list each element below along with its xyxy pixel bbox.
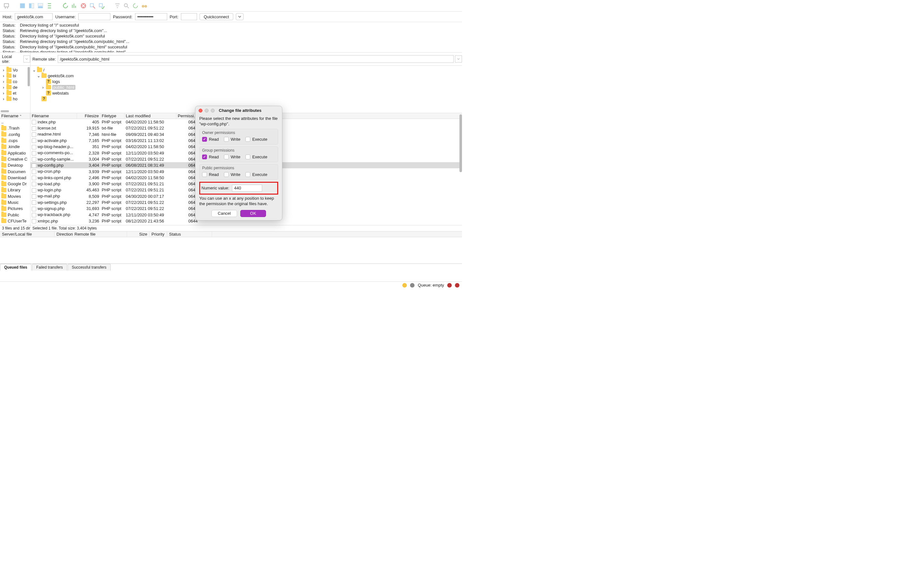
lock-icon[interactable] (402, 283, 407, 287)
user-input[interactable] (78, 13, 110, 20)
disconnect-icon[interactable] (89, 2, 96, 10)
local-tree-pane[interactable]: ›Vo›bi›co›de›et›ho (0, 66, 31, 113)
list-item[interactable]: Desktop (0, 162, 30, 168)
toggle-tree-icon[interactable] (27, 2, 35, 10)
binoculars-icon[interactable] (141, 2, 148, 10)
tree-folder[interactable]: co (13, 79, 17, 84)
pass-input[interactable] (135, 13, 167, 20)
tree-folder[interactable]: geekto5k.com (48, 73, 74, 78)
col-direction[interactable]: Direction (55, 231, 73, 237)
list-item[interactable]: Applicatio (0, 150, 30, 156)
tree-folder[interactable]: Vo (13, 68, 18, 73)
col-filename[interactable]: Filename (31, 113, 77, 119)
ok-button[interactable]: OK (240, 210, 266, 217)
tree-expand-icon[interactable]: › (41, 85, 45, 90)
list-item[interactable]: Google Dr (0, 181, 30, 187)
remote-site-input[interactable] (58, 55, 454, 63)
close-icon[interactable] (199, 109, 202, 113)
group-write-checkbox[interactable]: Write (224, 155, 240, 159)
col-remote-file[interactable]: Remote file (73, 231, 127, 237)
file-icon (32, 207, 36, 211)
toggle-log-icon[interactable] (19, 2, 26, 10)
list-item[interactable]: Pictures (0, 205, 30, 211)
public-write-checkbox[interactable]: Write (224, 172, 240, 177)
sync-browse-icon[interactable] (45, 2, 53, 10)
site-manager-icon[interactable] (3, 2, 10, 10)
tree-expand-icon[interactable]: › (2, 79, 5, 84)
group-read-checkbox[interactable]: Read (202, 155, 219, 159)
list-item[interactable]: CFUserTe (0, 218, 30, 224)
list-item[interactable]: .kindle (0, 143, 30, 150)
tree-folder[interactable]: et (13, 91, 16, 95)
tree-expand-icon[interactable]: › (2, 68, 5, 73)
local-file-list[interactable]: Filename⌃ ...Trash.config.cups.kindleApp… (0, 113, 31, 225)
public-execute-checkbox[interactable]: Execute (246, 172, 267, 177)
cancel-icon[interactable] (79, 2, 87, 10)
list-item[interactable]: Download (0, 175, 30, 181)
search-icon[interactable] (123, 2, 130, 10)
tree-root[interactable]: / (43, 68, 45, 73)
group-execute-checkbox[interactable]: Execute (246, 155, 267, 159)
list-item[interactable]: .. (0, 119, 30, 125)
col-modified[interactable]: Last modified (124, 113, 176, 119)
numeric-value-input[interactable] (232, 185, 262, 192)
settings-icon[interactable] (410, 283, 415, 287)
col-server-local[interactable]: Server/Local file (0, 231, 55, 237)
tree-folder[interactable]: logs (52, 79, 60, 84)
public-read-checkbox[interactable]: Read (202, 172, 219, 177)
list-item[interactable]: .cups (0, 137, 30, 143)
list-item[interactable]: .Trash (0, 125, 30, 131)
col-filename[interactable]: Filename⌃ (0, 113, 30, 119)
col-size[interactable]: Size (127, 231, 150, 237)
tree-folder[interactable]: de (13, 85, 17, 90)
col-status[interactable]: Status (167, 231, 212, 237)
list-item[interactable]: Public (0, 211, 30, 218)
list-item[interactable]: Music (0, 199, 30, 205)
owner-write-checkbox[interactable]: Write (224, 137, 240, 142)
remote-site-dropdown[interactable] (455, 55, 462, 63)
local-site-dropdown[interactable] (23, 55, 30, 63)
tree-expand-icon[interactable]: › (2, 85, 5, 90)
svg-point-12 (142, 5, 144, 7)
tree-collapse-icon[interactable]: ⌄ (37, 73, 40, 78)
file-icon (32, 182, 36, 186)
quickconnect-dropdown[interactable] (236, 13, 244, 20)
tree-folder[interactable]: webstats (52, 91, 69, 95)
col-priority[interactable]: Priority (150, 231, 167, 237)
list-item[interactable]: Creative C (0, 156, 30, 162)
tab-failed[interactable]: Failed transfers (32, 264, 67, 271)
process-icon[interactable] (71, 2, 78, 10)
refresh-icon[interactable] (61, 2, 69, 10)
tree-folder[interactable]: ho (13, 97, 17, 101)
tree-expand-icon[interactable]: › (2, 97, 5, 101)
owner-read-checkbox[interactable]: Read (202, 137, 219, 142)
tab-queued[interactable]: Queued files (0, 264, 31, 271)
filter-icon[interactable] (113, 2, 121, 10)
tree-expand-icon[interactable]: › (2, 73, 5, 78)
cancel-button[interactable]: Cancel (212, 210, 237, 217)
tree-collapse-icon[interactable]: ⌄ (32, 68, 36, 73)
list-item[interactable]: Documen (0, 168, 30, 174)
list-item[interactable]: Library (0, 187, 30, 193)
toggle-queue-icon[interactable] (37, 2, 44, 10)
tree-folder[interactable]: bi (13, 73, 16, 78)
list-item[interactable]: Movies (0, 193, 30, 199)
port-input[interactable] (181, 13, 197, 20)
scrollbar[interactable] (27, 67, 30, 105)
list-item[interactable]: .config (0, 131, 30, 137)
scrollbar[interactable] (459, 113, 462, 219)
owner-execute-checkbox[interactable]: Execute (246, 137, 267, 142)
reconnect-icon[interactable] (97, 2, 105, 10)
minimize-icon (205, 109, 208, 113)
quickconnect-button[interactable]: Quickconnect (200, 13, 233, 20)
log-label: Status: (3, 45, 20, 50)
tree-expand-icon[interactable]: › (2, 91, 5, 95)
tab-successful[interactable]: Successful transfers (68, 264, 111, 271)
col-filesize[interactable]: Filesize (77, 113, 100, 119)
tree-folder-selected[interactable]: public_html (52, 85, 75, 90)
scrollbar-horiz[interactable] (1, 110, 27, 112)
col-filetype[interactable]: Filetype (100, 113, 124, 119)
compare-icon[interactable] (132, 2, 139, 10)
folder-icon (1, 139, 6, 143)
host-input[interactable] (15, 13, 53, 20)
